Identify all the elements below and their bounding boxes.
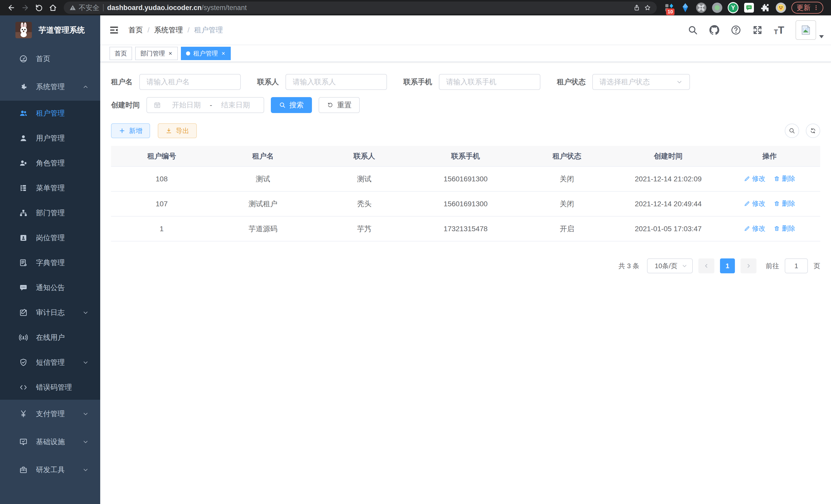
sidebar-item-错误码管理[interactable]: 错误码管理 xyxy=(0,375,100,400)
edit-link[interactable]: 修改 xyxy=(744,199,766,208)
total-count: 共 3 条 xyxy=(619,262,639,270)
grid-blue-diamond-icon[interactable]: 10 xyxy=(664,2,675,13)
column-header: 联系手机 xyxy=(415,146,516,167)
sidebar-item-短信管理[interactable]: 短信管理 xyxy=(0,350,100,375)
edit-icon xyxy=(744,226,750,232)
sidebar-item-岗位管理[interactable]: 岗位管理 xyxy=(0,225,100,250)
tab-部门管理[interactable]: 部门管理× xyxy=(135,47,178,60)
goto-page-input[interactable] xyxy=(785,259,808,273)
sidebar-item-label: 短信管理 xyxy=(36,358,65,367)
security-label[interactable]: 不安全 xyxy=(79,3,99,12)
edit-link[interactable]: 修改 xyxy=(744,224,766,233)
green-chat-icon[interactable] xyxy=(744,2,754,13)
reset-button[interactable]: 重置 xyxy=(319,97,360,113)
sidebar-item-字典管理[interactable]: 字典管理 xyxy=(0,250,100,275)
start-date-placeholder[interactable]: 开始日期 xyxy=(165,100,208,110)
code-icon xyxy=(19,383,28,392)
cell-actions: 修改删除 xyxy=(719,167,820,191)
sidebar-item-系统管理[interactable]: 系统管理 xyxy=(0,73,100,101)
post-icon xyxy=(19,234,28,242)
avatar-dropdown-caret-icon[interactable] xyxy=(819,35,824,38)
next-page-button[interactable] xyxy=(741,259,756,273)
close-tab-icon[interactable]: × xyxy=(221,50,226,57)
browser-back-icon[interactable] xyxy=(6,2,17,13)
date-range-picker[interactable]: 开始日期 - 结束日期 xyxy=(146,97,264,113)
export-button[interactable]: 导出 xyxy=(158,123,197,138)
broken-image-icon xyxy=(796,20,816,40)
browser-forward-icon[interactable] xyxy=(20,2,31,13)
cell-name: 测试 xyxy=(212,167,314,191)
blue-kite-icon[interactable] xyxy=(680,2,691,13)
fullscreen-icon[interactable] xyxy=(752,25,763,35)
prev-page-button[interactable] xyxy=(698,259,714,273)
delete-link[interactable]: 删除 xyxy=(774,199,795,208)
sidebar-item-部门管理[interactable]: 部门管理 xyxy=(0,200,100,225)
browser-reload-icon[interactable] xyxy=(33,2,45,13)
search-button[interactable]: 搜索 xyxy=(271,97,312,113)
sidebar-item-在线用户[interactable]: 在线用户 xyxy=(0,325,100,350)
contact-input[interactable] xyxy=(285,74,387,90)
delete-link[interactable]: 删除 xyxy=(774,224,795,233)
github-icon[interactable] xyxy=(709,25,719,35)
monitor-icon xyxy=(19,438,28,446)
not-secure-warning-icon[interactable]: 不安全 xyxy=(69,3,99,12)
current-page[interactable]: 1 xyxy=(720,259,735,273)
edit-icon xyxy=(744,201,750,207)
toggle-search-button[interactable] xyxy=(785,124,799,138)
page-size-select[interactable]: 10条/页 xyxy=(647,259,693,273)
bookmark-star-icon[interactable] xyxy=(644,4,651,11)
gray-green-dot-icon[interactable] xyxy=(712,2,722,13)
close-tab-icon[interactable]: × xyxy=(168,50,173,57)
green-y-icon[interactable]: Y xyxy=(728,2,739,13)
delete-link[interactable]: 删除 xyxy=(774,174,795,183)
browser-update-button[interactable]: 更新 xyxy=(792,2,823,13)
tab-租户管理[interactable]: 租户管理× xyxy=(181,47,231,60)
tenant-name-input[interactable] xyxy=(139,74,241,90)
menu-tree-icon xyxy=(19,184,28,192)
page-content: 租户名 联系人 联系手机 租户状态 请选择租户状态 xyxy=(100,62,831,504)
refresh-table-button[interactable] xyxy=(806,124,820,138)
page-url[interactable]: dashboard.yudao.iocoder.cn/system/tenant xyxy=(107,4,630,12)
status-select[interactable]: 请选择租户状态 xyxy=(592,74,690,90)
sidebar-item-审计日志[interactable]: 审计日志 xyxy=(0,300,100,325)
table-toolbar: 新增 导出 xyxy=(111,123,820,138)
sidebar-item-通知公告[interactable]: 通知公告 xyxy=(0,275,100,300)
mobile-input[interactable] xyxy=(439,74,540,90)
tab-label: 首页 xyxy=(115,49,127,58)
breadcrumb-item[interactable]: 首页 xyxy=(128,25,143,35)
address-bar[interactable]: 不安全 dashboard.yudao.iocoder.cn/system/te… xyxy=(64,2,657,14)
sidebar-item-菜单管理[interactable]: 菜单管理 xyxy=(0,175,100,200)
sidebar-item-研发工具[interactable]: 研发工具 xyxy=(0,456,100,484)
edit-link[interactable]: 修改 xyxy=(744,174,766,183)
add-button[interactable]: 新增 xyxy=(111,123,150,138)
sidebar-item-基础设施[interactable]: 基础设施 xyxy=(0,428,100,456)
cell-contact: 测试 xyxy=(314,167,415,191)
column-header: 租户编号 xyxy=(111,146,212,167)
action-label: 修改 xyxy=(752,174,766,183)
collapse-sidebar-icon[interactable] xyxy=(109,24,120,36)
sidebar-item-角色管理[interactable]: 角色管理 xyxy=(0,151,100,175)
search-icon[interactable] xyxy=(688,25,698,35)
sidebar-item-首页[interactable]: 首页 xyxy=(0,45,100,73)
sidebar-item-label: 基础设施 xyxy=(36,437,65,447)
online-icon xyxy=(19,333,28,342)
puzzle-icon[interactable] xyxy=(760,2,770,13)
share-icon[interactable] xyxy=(633,4,640,11)
contact-label: 联系人 xyxy=(257,77,279,87)
help-icon[interactable] xyxy=(731,25,741,35)
command-circle-icon[interactable] xyxy=(696,2,707,13)
sidebar-item-支付管理[interactable]: 支付管理 xyxy=(0,400,100,428)
tab-首页[interactable]: 首页 xyxy=(110,47,132,60)
font-size-icon[interactable]: TT xyxy=(774,25,784,35)
breadcrumb-item[interactable]: 系统管理 xyxy=(154,25,183,35)
app-logo-row[interactable]: 芋道管理系统 xyxy=(0,16,100,45)
sidebar-item-租户管理[interactable]: 租户管理 xyxy=(0,101,100,126)
sidebar-item-label: 用户管理 xyxy=(36,133,65,143)
cell-contact: 秃头 xyxy=(314,191,415,216)
end-date-placeholder[interactable]: 结束日期 xyxy=(214,100,257,110)
emoji-face-icon[interactable] xyxy=(775,2,786,13)
user-avatar[interactable] xyxy=(796,20,816,40)
sidebar-item-用户管理[interactable]: 用户管理 xyxy=(0,126,100,151)
sidebar-item-label: 在线用户 xyxy=(36,333,65,343)
browser-home-icon[interactable] xyxy=(47,2,59,13)
